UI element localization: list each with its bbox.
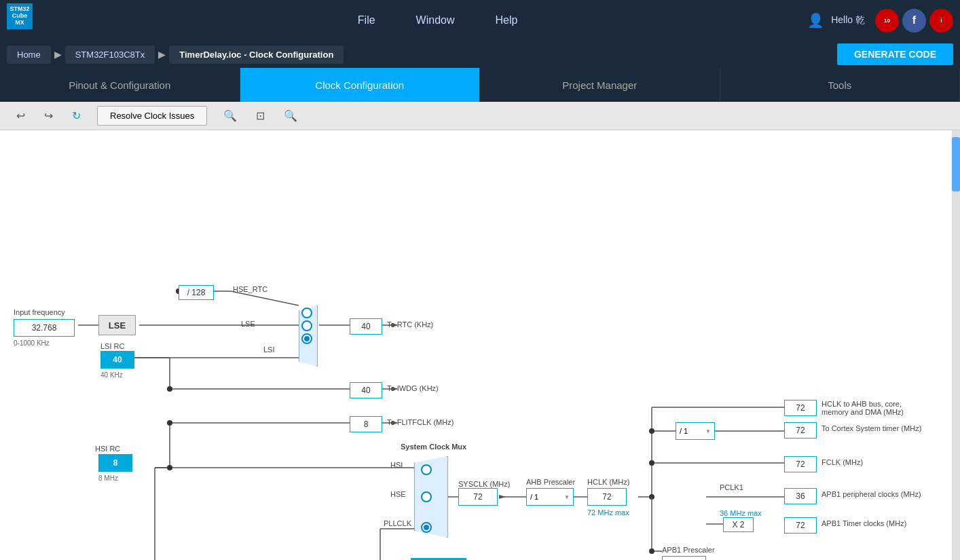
lsi-value[interactable]: 40 bbox=[100, 351, 134, 369]
apb1-timer-output: 72 bbox=[784, 517, 817, 534]
sysclk-value[interactable]: 72 bbox=[458, 488, 498, 506]
sys-mux-radio-hse[interactable] bbox=[421, 491, 432, 502]
tab-tools[interactable]: Tools bbox=[720, 68, 961, 102]
div128-box: / 128 bbox=[179, 285, 214, 300]
to-iwdg-label: To IWDG (KHz) bbox=[387, 384, 439, 392]
pclk1-max: 36 MHz max bbox=[720, 509, 762, 517]
fclk-label: FCLK (MHz) bbox=[821, 458, 863, 466]
fclk-output: 72 bbox=[784, 456, 817, 472]
svg-point-17 bbox=[167, 386, 172, 392]
bc-device[interactable]: STM32F103C8Tx bbox=[65, 45, 155, 64]
svg-point-33 bbox=[649, 460, 654, 466]
hclk-ahb-label: HCLK to AHB bus, core,memory and DMA (MH… bbox=[821, 400, 950, 416]
tab-clock[interactable]: Clock Configuration bbox=[240, 68, 481, 102]
bc-home[interactable]: Home bbox=[7, 45, 51, 64]
scrollbar[interactable] bbox=[952, 130, 960, 560]
redo-button[interactable]: ↪ bbox=[41, 107, 56, 125]
apb1-timer-label: APB1 Timer clocks (MHz) bbox=[821, 519, 906, 527]
ahb-prescaler-select[interactable]: / 1 ▼ bbox=[526, 488, 574, 506]
lsi-line-label: LSI bbox=[263, 346, 275, 354]
bc-arrow-1: ▶ bbox=[54, 49, 62, 60]
svg-point-32 bbox=[649, 428, 654, 434]
tab-pinout[interactable]: Pinout & Configuration bbox=[0, 68, 240, 102]
hclk-max: 72 MHz max bbox=[587, 508, 629, 517]
apb1-label: APB1 Prescaler bbox=[662, 546, 715, 554]
apb1-peri-label: APB1 peripheral clocks (MHz) bbox=[821, 490, 921, 498]
input-freq-range: 0-1000 KHz bbox=[14, 339, 50, 347]
svg-point-19 bbox=[167, 420, 172, 426]
to-rtc-value[interactable]: 40 bbox=[350, 318, 382, 335]
hsi-unit: 8 MHz bbox=[98, 474, 118, 482]
zoom-in-button[interactable]: 🔍 bbox=[221, 107, 240, 125]
apb1-prescaler-select[interactable]: / 2 ▼ bbox=[662, 556, 706, 560]
rtc-mux-radio-2[interactable] bbox=[301, 320, 312, 331]
user-icon: 👤 bbox=[807, 12, 824, 29]
apb1-peri-output: 36 bbox=[784, 488, 817, 504]
hsi-value[interactable]: 8 bbox=[98, 454, 132, 472]
to-flit-label: To FLITFCLK (MHz) bbox=[387, 418, 454, 426]
hse-rtc-label: HSE_RTC bbox=[233, 285, 267, 293]
to-rtc-label: To RTC (KHz) bbox=[387, 320, 433, 329]
sysclk-label: SYSCLK (MHz) bbox=[458, 480, 510, 488]
scroll-thumb[interactable] bbox=[952, 137, 960, 191]
lse-block: LSE bbox=[98, 315, 136, 335]
cortex-output: 72 bbox=[784, 422, 817, 438]
badge-10: 10 bbox=[875, 9, 899, 33]
resolve-clock-button[interactable]: Resolve Clock Issues bbox=[97, 106, 207, 126]
hse-mux-label: HSE bbox=[390, 490, 406, 498]
svg-point-34 bbox=[649, 494, 654, 500]
to-flit-value[interactable]: 8 bbox=[350, 416, 382, 432]
svg-point-38 bbox=[649, 548, 654, 554]
sys-mux-radio-pll[interactable] bbox=[421, 522, 432, 533]
lse-line-label: LSE bbox=[241, 320, 255, 328]
bc-arrow-2: ▶ bbox=[158, 49, 166, 60]
lsi-rc-label: LSI RC bbox=[100, 342, 124, 350]
tab-project[interactable]: Project Manager bbox=[480, 68, 720, 102]
bc-current[interactable]: TimerDelay.ioc - Clock Configuration bbox=[169, 45, 344, 64]
user-greeting: Hello 乾 bbox=[831, 14, 865, 26]
svg-marker-72 bbox=[499, 495, 506, 499]
hclk-value[interactable]: 72 bbox=[587, 488, 627, 506]
input-freq-value[interactable]: 32.768 bbox=[14, 319, 75, 337]
svg-line-4 bbox=[231, 291, 299, 305]
cortex-label: To Cortex System timer (MHz) bbox=[821, 424, 921, 432]
zoom-out-button[interactable]: 🔍 bbox=[281, 107, 300, 125]
generate-code-button[interactable]: GENERATE CODE bbox=[837, 43, 953, 65]
pclk1-label: PCLK1 bbox=[720, 483, 743, 491]
fit-button[interactable]: ⊡ bbox=[253, 107, 267, 125]
menu-window[interactable]: Window bbox=[416, 14, 455, 26]
undo-button[interactable]: ↩ bbox=[14, 107, 28, 125]
lsi-unit: 40 KHz bbox=[100, 371, 123, 379]
hsi-mux-label: HSI bbox=[390, 461, 403, 469]
apb1-timer-mult: X 2 bbox=[723, 517, 754, 532]
menu-help[interactable]: Help bbox=[495, 14, 517, 26]
rtc-mux-radio-3[interactable] bbox=[301, 333, 312, 344]
app-logo: STM32CubeMX bbox=[7, 3, 54, 37]
input-freq-label: Input frequency bbox=[14, 308, 65, 316]
ahb-label: AHB Prescaler bbox=[526, 478, 575, 486]
facebook-icon[interactable]: f bbox=[902, 9, 926, 33]
sys-clk-mux-label: System Clock Mux bbox=[401, 443, 466, 451]
hclk-label: HCLK (MHz) bbox=[587, 478, 629, 486]
cortex-div-select[interactable]: / 1 ▼ bbox=[676, 422, 715, 440]
hclk-ahb-output: 72 bbox=[784, 400, 817, 416]
pllclk-mux-label: PLLCLK bbox=[384, 519, 411, 527]
refresh-button[interactable]: ↻ bbox=[69, 107, 84, 125]
rtc-mux-radio-1[interactable] bbox=[301, 307, 312, 318]
menu-file[interactable]: File bbox=[358, 14, 375, 26]
hsi-rc-label: HSI RC bbox=[95, 445, 120, 453]
svg-point-20 bbox=[167, 465, 172, 470]
sys-mux-radio-hsi[interactable] bbox=[421, 464, 432, 475]
extra-icon: i bbox=[929, 9, 953, 33]
to-iwdg-value[interactable]: 40 bbox=[350, 382, 382, 398]
